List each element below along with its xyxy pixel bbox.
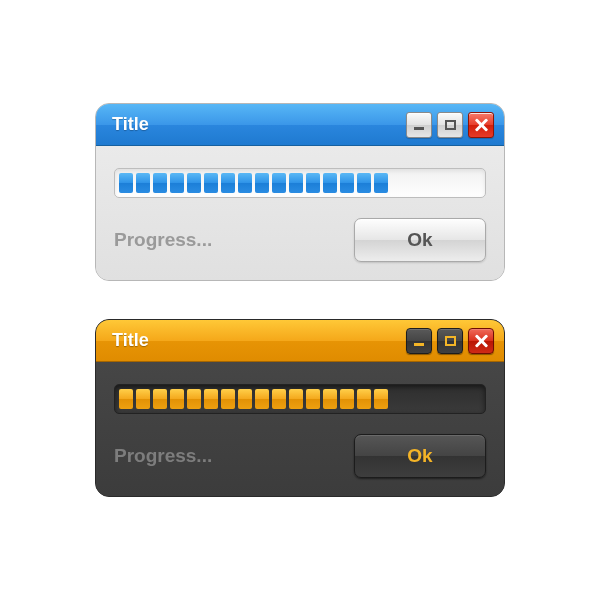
progress-segment [204,389,218,409]
progress-segment [357,173,371,193]
minimize-icon [414,127,424,130]
progress-segment [374,389,388,409]
progress-segment [323,389,337,409]
close-button[interactable] [468,112,494,138]
progress-segment [136,389,150,409]
minimize-button[interactable] [406,112,432,138]
progress-segment [272,173,286,193]
progress-segment [221,389,235,409]
progress-dialog-dark: Title Progress... Ok [95,319,505,497]
window-title: Title [112,114,406,135]
progress-segment [306,173,320,193]
progress-segment [340,173,354,193]
progress-segment [374,173,388,193]
progress-segment [255,389,269,409]
progress-segment [170,173,184,193]
progress-segment [272,389,286,409]
ok-button[interactable]: Ok [354,434,486,478]
progress-segment [153,389,167,409]
progress-segment [153,173,167,193]
window-title: Title [112,330,406,351]
progress-segment [238,173,252,193]
progress-bar [114,384,486,414]
progress-dialog-light: Title Progress... Ok [95,103,505,281]
progress-segment [187,173,201,193]
maximize-button[interactable] [437,328,463,354]
dialog-body: Progress... Ok [96,362,504,496]
minimize-button[interactable] [406,328,432,354]
titlebar[interactable]: Title [96,320,504,362]
progress-segment [357,389,371,409]
maximize-icon [445,336,456,346]
progress-segment [323,173,337,193]
close-button[interactable] [468,328,494,354]
dialog-body: Progress... Ok [96,146,504,280]
minimize-icon [414,343,424,346]
window-controls [406,328,494,354]
maximize-icon [445,120,456,130]
progress-segment [289,173,303,193]
progress-bar [114,168,486,198]
progress-segment [289,389,303,409]
progress-segment [238,389,252,409]
status-text: Progress... [114,229,212,251]
progress-segment [119,173,133,193]
close-icon [474,118,488,132]
progress-segment [306,389,320,409]
progress-segment [340,389,354,409]
progress-segment [221,173,235,193]
ok-button[interactable]: Ok [354,218,486,262]
close-icon [474,334,488,348]
progress-segment [119,389,133,409]
progress-segment [255,173,269,193]
ok-button-label: Ok [407,229,432,251]
dialog-footer: Progress... Ok [114,218,486,262]
progress-segment [170,389,184,409]
ok-button-label: Ok [407,445,432,467]
progress-segment [204,173,218,193]
status-text: Progress... [114,445,212,467]
titlebar[interactable]: Title [96,104,504,146]
progress-segment [187,389,201,409]
dialog-footer: Progress... Ok [114,434,486,478]
window-controls [406,112,494,138]
maximize-button[interactable] [437,112,463,138]
progress-segment [136,173,150,193]
